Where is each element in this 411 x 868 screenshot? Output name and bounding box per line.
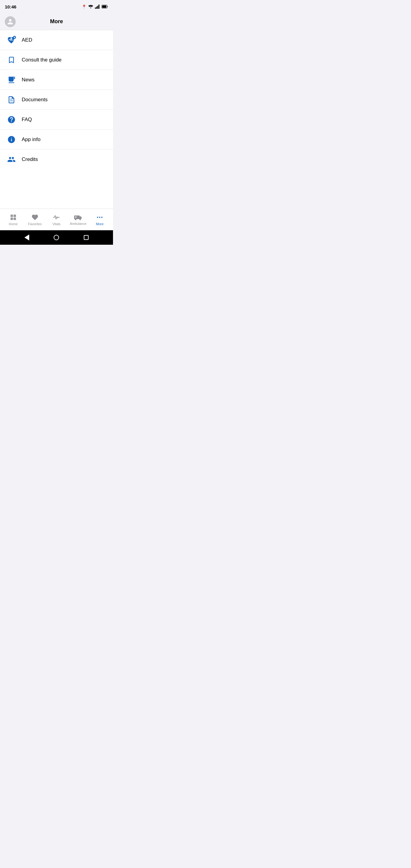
news-icon bbox=[6, 74, 17, 85]
menu-item-app-info[interactable]: App info bbox=[0, 130, 113, 150]
content-spacer bbox=[0, 189, 113, 209]
consult-guide-label: Consult the guide bbox=[22, 57, 61, 63]
document-icon bbox=[6, 94, 17, 105]
nav-favorites-label: Favorites bbox=[28, 222, 41, 226]
menu-item-consult-guide[interactable]: Consult the guide bbox=[0, 50, 113, 70]
avatar[interactable] bbox=[5, 16, 16, 27]
menu-item-news[interactable]: News bbox=[0, 70, 113, 90]
aed-icon bbox=[6, 35, 17, 45]
heart-icon bbox=[31, 214, 38, 221]
news-label: News bbox=[22, 77, 35, 83]
svg-rect-11 bbox=[75, 217, 77, 217]
svg-rect-0 bbox=[95, 7, 96, 9]
svg-rect-5 bbox=[102, 5, 106, 8]
svg-point-13 bbox=[99, 217, 100, 218]
recents-button[interactable] bbox=[83, 235, 89, 241]
menu-item-aed[interactable]: AED bbox=[0, 30, 113, 50]
svg-point-9 bbox=[80, 218, 81, 220]
documents-label: Documents bbox=[22, 97, 48, 103]
aed-label: AED bbox=[22, 37, 32, 43]
nav-item-vitals[interactable]: Vitals bbox=[46, 209, 67, 230]
info-icon bbox=[6, 134, 17, 145]
nav-more-label: More bbox=[96, 222, 104, 226]
app-info-label: App info bbox=[22, 136, 40, 143]
wifi-icon bbox=[88, 5, 93, 8]
credits-icon bbox=[6, 154, 17, 165]
faq-icon bbox=[6, 114, 17, 125]
svg-point-8 bbox=[75, 218, 76, 220]
menu-item-faq[interactable]: FAQ bbox=[0, 110, 113, 130]
signal-icon bbox=[95, 4, 100, 9]
status-time: 10:46 bbox=[5, 4, 16, 9]
nav-item-more[interactable]: More bbox=[89, 209, 110, 230]
svg-point-14 bbox=[101, 217, 102, 218]
main-content: AED Consult the guide News Documents bbox=[0, 30, 113, 189]
location-icon: 📍 bbox=[82, 4, 87, 9]
status-icons: 📍 bbox=[82, 4, 108, 9]
nav-ambulance-label: Ambulance bbox=[70, 222, 87, 225]
header: More bbox=[0, 13, 113, 30]
pulse-icon bbox=[53, 214, 60, 221]
dots-icon bbox=[96, 214, 103, 221]
nav-item-ambulance[interactable]: Ambulance bbox=[67, 209, 89, 230]
svg-point-12 bbox=[97, 217, 98, 218]
bottom-nav: Home Favorites Vitals bbox=[0, 209, 113, 230]
nav-item-favorites[interactable]: Favorites bbox=[24, 209, 46, 230]
svg-rect-2 bbox=[97, 6, 98, 9]
ambulance-icon bbox=[74, 214, 82, 221]
menu-item-credits[interactable]: Credits bbox=[0, 150, 113, 169]
credits-label: Credits bbox=[22, 156, 38, 162]
android-nav bbox=[0, 230, 113, 245]
battery-icon bbox=[101, 5, 108, 8]
page-title: More bbox=[50, 19, 63, 25]
nav-home-label: Home bbox=[9, 222, 18, 226]
grid-icon bbox=[10, 214, 17, 221]
home-button[interactable] bbox=[53, 235, 59, 241]
svg-rect-1 bbox=[96, 7, 97, 9]
faq-label: FAQ bbox=[22, 117, 32, 123]
svg-rect-3 bbox=[98, 4, 99, 9]
status-bar: 10:46 📍 bbox=[0, 0, 113, 13]
nav-vitals-label: Vitals bbox=[53, 222, 61, 226]
bookmark-icon bbox=[6, 55, 17, 65]
menu-item-documents[interactable]: Documents bbox=[0, 90, 113, 110]
nav-item-home[interactable]: Home bbox=[2, 209, 24, 230]
back-button[interactable] bbox=[24, 235, 30, 241]
